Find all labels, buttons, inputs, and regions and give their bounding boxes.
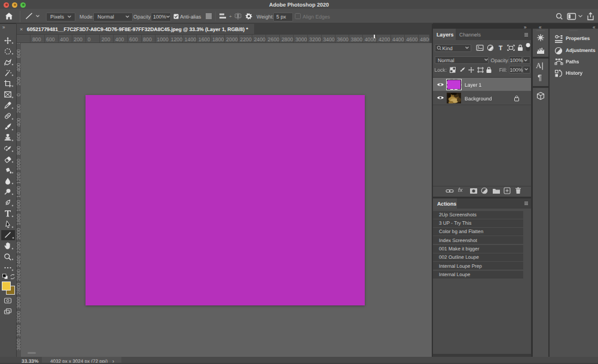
svg-text:T: T xyxy=(499,45,503,51)
